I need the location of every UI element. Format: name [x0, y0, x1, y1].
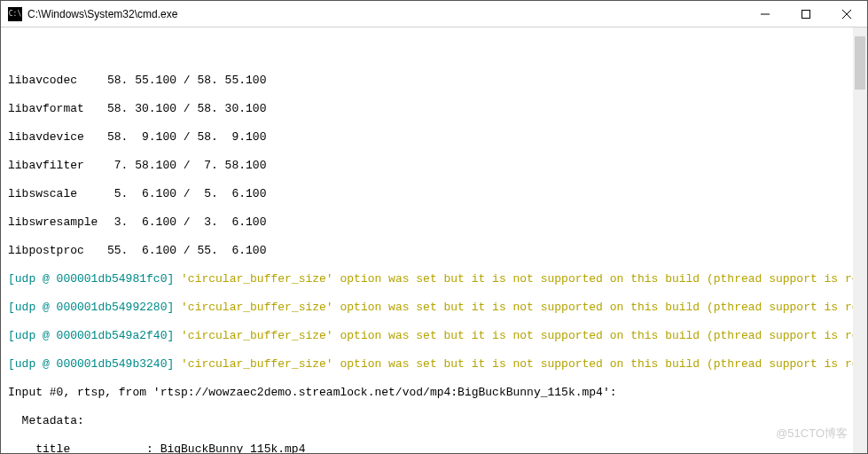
lib-name: libswresample	[8, 215, 107, 230]
maximize-button[interactable]	[786, 1, 826, 27]
warn-prefix: [udp @ 000001db549a2f40]	[8, 329, 181, 342]
scrollbar[interactable]	[853, 27, 867, 453]
warn-prefix: [udp @ 000001db54992280]	[8, 301, 181, 314]
svg-rect-1	[802, 10, 810, 18]
lib-row: libavdevice58. 9.100 / 58. 9.100	[8, 130, 862, 145]
lib-row: libpostproc55. 6.100 / 55. 6.100	[8, 244, 862, 258]
udp-warning: [udp @ 000001db54992280] 'circular_buffe…	[8, 301, 862, 315]
input-header: Input #0, rtsp, from 'rtsp://wowzaec2dem…	[8, 386, 862, 400]
lib-ver: 7. 58.100 / 7. 58.100	[107, 159, 266, 173]
lib-name: libavcodec	[8, 74, 107, 88]
udp-warning: [udp @ 000001db54981fc0] 'circular_buffe…	[8, 272, 862, 286]
lib-row: libavfilter 7. 58.100 / 7. 58.100	[8, 159, 862, 173]
lib-name: libswscale	[8, 187, 107, 201]
warn-msg: 'circular_buffer_size' option was set bu…	[181, 272, 867, 286]
lib-row: libavformat58. 30.100 / 58. 30.100	[8, 102, 862, 116]
warn-prefix: [udp @ 000001db549b3240]	[8, 357, 181, 371]
window-titlebar: C:\ C:\Windows\System32\cmd.exe	[1, 1, 867, 27]
lib-ver: 58. 9.100 / 58. 9.100	[107, 130, 266, 145]
title-line: title : BigBuckBunny_115k.mp4	[8, 442, 862, 453]
warn-msg: 'circular_buffer_size' option was set bu…	[181, 357, 867, 371]
metadata-label: Metadata:	[8, 414, 862, 428]
lib-name: libpostproc	[8, 244, 107, 258]
cmd-icon: C:\	[8, 7, 22, 21]
lib-ver: 58. 30.100 / 58. 30.100	[107, 102, 266, 116]
lib-name: libavformat	[8, 102, 107, 116]
scrollbar-thumb[interactable]	[855, 36, 865, 90]
lib-row: libavcodec58. 55.100 / 58. 55.100	[8, 74, 862, 88]
lib-name: libavfilter	[8, 159, 107, 173]
terminal-output[interactable]: libavcodec58. 55.100 / 58. 55.100 libavf…	[1, 27, 867, 453]
watermark: @51CTO博客	[776, 427, 848, 441]
lib-ver: 5. 6.100 / 5. 6.100	[107, 187, 266, 201]
udp-warning: [udp @ 000001db549a2f40] 'circular_buffe…	[8, 329, 862, 343]
close-button[interactable]	[826, 1, 867, 27]
udp-warning: [udp @ 000001db549b3240] 'circular_buffe…	[8, 357, 862, 372]
lib-ver: 3. 6.100 / 3. 6.100	[107, 215, 266, 230]
lib-name: libavdevice	[8, 130, 107, 145]
lib-row: libswresample 3. 6.100 / 3. 6.100	[8, 215, 862, 230]
blank-line	[8, 45, 862, 59]
lib-ver: 55. 6.100 / 55. 6.100	[107, 244, 266, 258]
lib-row: libswscale 5. 6.100 / 5. 6.100	[8, 187, 862, 201]
warn-msg: 'circular_buffer_size' option was set bu…	[181, 301, 867, 314]
lib-ver: 58. 55.100 / 58. 55.100	[107, 74, 266, 88]
window-title: C:\Windows\System32\cmd.exe	[27, 8, 745, 20]
warn-prefix: [udp @ 000001db54981fc0]	[8, 272, 181, 286]
warn-msg: 'circular_buffer_size' option was set bu…	[181, 329, 867, 342]
minimize-button[interactable]	[745, 1, 786, 27]
